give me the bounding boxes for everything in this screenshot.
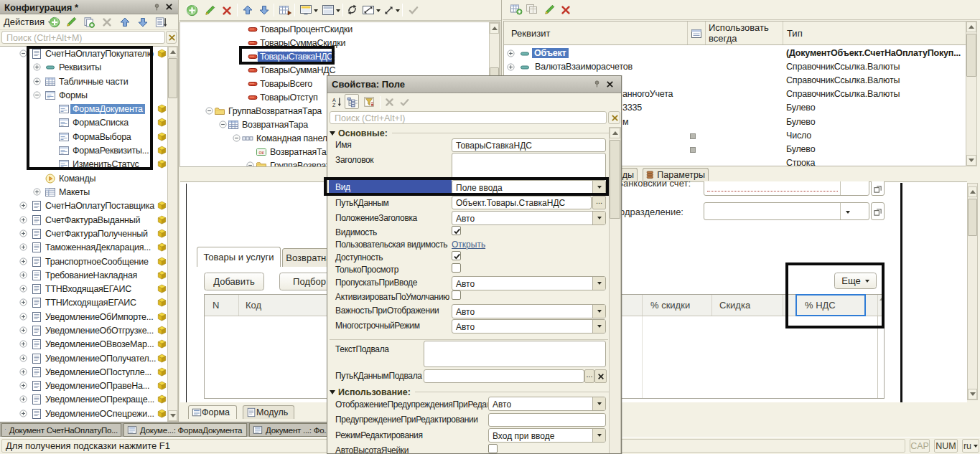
- dropdown-button[interactable]: [592, 320, 605, 333]
- tree-item[interactable]: Команды: [0, 171, 178, 185]
- categories-toggle-pressed[interactable]: [345, 94, 359, 109]
- add-button[interactable]: [49, 16, 60, 28]
- scrollbar-thumb[interactable]: [968, 199, 977, 236]
- expander-minus-icon[interactable]: [233, 134, 241, 142]
- scroll-up-button[interactable]: [966, 22, 976, 32]
- prop-importance-combo[interactable]: Авто: [452, 304, 606, 318]
- copy-attribute-button-disabled[interactable]: [526, 4, 538, 15]
- scroll-up-button[interactable]: [968, 186, 977, 197]
- add-attribute-button[interactable]: [510, 4, 523, 15]
- prop-uservisibility-link[interactable]: Открыть: [452, 240, 485, 250]
- resize-button[interactable]: [383, 5, 394, 16]
- filter-button[interactable]: [363, 96, 375, 108]
- swap-button[interactable]: [347, 4, 358, 15]
- sort-alpha-button[interactable]: [332, 96, 342, 108]
- prop-activatedefault-checkbox[interactable]: [452, 290, 461, 300]
- delete-element-button[interactable]: [222, 6, 232, 16]
- tree-item[interactable]: СчетФактураПолученный: [0, 227, 178, 240]
- tree-item[interactable]: СчетФактураВыданный: [0, 213, 178, 227]
- tree-item[interactable]: ТребованиеНакладная: [0, 268, 178, 282]
- datapath-dots-button[interactable]: ...: [592, 196, 606, 209]
- bank-account-open-button[interactable]: [871, 181, 885, 196]
- dropdown-button[interactable]: [592, 397, 605, 410]
- expander-plus-icon[interactable]: [19, 216, 27, 224]
- tree-item[interactable]: УведомлениеОПолучател...: [0, 351, 178, 365]
- bank-account-field[interactable]: [704, 181, 869, 196]
- config-tree-scrollbar[interactable]: [167, 46, 178, 422]
- close-icon[interactable]: [165, 3, 173, 11]
- tree-item[interactable]: УведомлениеОВвозеМар...: [0, 337, 178, 351]
- column-discount-pct[interactable]: % скидки: [650, 300, 690, 311]
- search-input[interactable]: Поиск (Ctrl+Alt+M): [1, 31, 165, 44]
- language-selector[interactable]: ru: [962, 439, 979, 453]
- prop-datapath-input[interactable]: Объект.Товары.СтавкаНДС: [452, 196, 592, 209]
- department-field[interactable]: [704, 202, 869, 220]
- scroll-down-button[interactable]: [966, 155, 976, 166]
- scrollbar-thumb[interactable]: [168, 58, 177, 98]
- search-input[interactable]: Поиск (Ctrl+Alt+I): [330, 111, 607, 124]
- move-down-button[interactable]: [258, 4, 270, 16]
- dropdown-button[interactable]: [592, 212, 605, 224]
- copy-button[interactable]: [83, 16, 95, 28]
- tree-item[interactable]: УведомлениеОСпецрежи...: [0, 407, 178, 420]
- form-right-boundary[interactable]: [900, 183, 902, 402]
- tree-item[interactable]: ТранспортноеСообщение: [0, 255, 178, 268]
- dropdown-button[interactable]: [592, 305, 605, 318]
- element-tree-item[interactable]: ТоварыСтавкаНДС: [180, 49, 500, 63]
- add-row-button[interactable]: Добавить: [204, 273, 264, 290]
- dropdown-arrow-icon[interactable]: [846, 211, 850, 214]
- tab-module[interactable]: Модуль: [243, 405, 294, 419]
- expander-plus-icon[interactable]: [507, 63, 515, 71]
- edit-element-button[interactable]: [205, 5, 215, 16]
- expander-plus-icon[interactable]: [19, 326, 27, 334]
- expander-plus-icon[interactable]: [19, 395, 27, 403]
- expander-minus-icon[interactable]: [219, 120, 227, 128]
- chevron-down-icon[interactable]: [314, 9, 318, 12]
- clear-search-button[interactable]: [166, 31, 177, 44]
- expander-plus-icon[interactable]: [19, 340, 27, 348]
- clear-button-disabled[interactable]: [385, 98, 394, 107]
- footerdatapath-dots-button[interactable]: ...: [584, 369, 594, 383]
- chevron-down-icon[interactable]: [376, 9, 381, 12]
- scroll-down-button[interactable]: [168, 410, 177, 421]
- column-n[interactable]: N: [213, 300, 219, 311]
- footerdatapath-clear-button[interactable]: [594, 369, 607, 383]
- window-tab-document[interactable]: Документ СчетНаОплатуПо...: [1, 423, 121, 437]
- window-scale-button[interactable]: [362, 4, 375, 16]
- prop-headerpos-combo[interactable]: Авто: [452, 211, 606, 225]
- expander-minus-icon[interactable]: [205, 107, 213, 115]
- add-element-button[interactable]: [186, 4, 198, 16]
- expander-plus-icon[interactable]: [19, 298, 27, 306]
- scroll-up-button[interactable]: [490, 23, 499, 34]
- edit-attribute-button[interactable]: [544, 4, 555, 15]
- chevron-down-icon[interactable]: [396, 9, 400, 12]
- prop-skiponinput-combo[interactable]: Авто: [452, 276, 606, 290]
- layout-mode-button[interactable]: [322, 4, 335, 16]
- pin-icon[interactable]: [594, 80, 600, 88]
- scroll-down-button[interactable]: [968, 389, 977, 399]
- dropdown-button[interactable]: [592, 429, 605, 442]
- edit-button[interactable]: [66, 16, 77, 27]
- attribute-row[interactable]: ВалютаВзаиморасчетовСправочникСсылка.Вал…: [504, 60, 966, 74]
- apply-button-disabled[interactable]: [408, 6, 419, 15]
- tab-goods-services[interactable]: Товары и услуги: [197, 247, 281, 267]
- column-attribute[interactable]: Реквизит: [511, 28, 550, 39]
- dropdown-button[interactable]: [592, 277, 605, 290]
- tree-item[interactable]: СчетНаОплатуПоставщика: [0, 199, 178, 212]
- clear-search-button[interactable]: [608, 111, 620, 124]
- column-discount[interactable]: Скидка: [719, 300, 750, 311]
- section-usage[interactable]: Использование:: [330, 387, 609, 397]
- expander-plus-icon[interactable]: [19, 285, 27, 293]
- tab-form[interactable]: Форма: [188, 405, 237, 419]
- prop-visibility-checkbox[interactable]: [452, 226, 461, 235]
- tree-item[interactable]: УведомлениеОбИмпорте...: [0, 310, 178, 323]
- tree-item[interactable]: УведомлениеОПоступле...: [0, 365, 178, 379]
- prop-header-input[interactable]: [452, 153, 606, 179]
- tree-item[interactable]: ТТНИсходящаяЕГАИС: [0, 295, 178, 309]
- prop-multiline-combo[interactable]: Авто: [452, 319, 606, 334]
- move-up-button[interactable]: [119, 16, 131, 28]
- prop-footerdatapath-input[interactable]: [424, 369, 584, 383]
- tree-item[interactable]: УведомлениеОПрекраще...: [0, 392, 178, 406]
- attribute-row[interactable]: Объект(ДокументОбъект.СчетНаОплатуПокуп.…: [504, 47, 966, 60]
- attributes-scrollbar[interactable]: [966, 21, 977, 166]
